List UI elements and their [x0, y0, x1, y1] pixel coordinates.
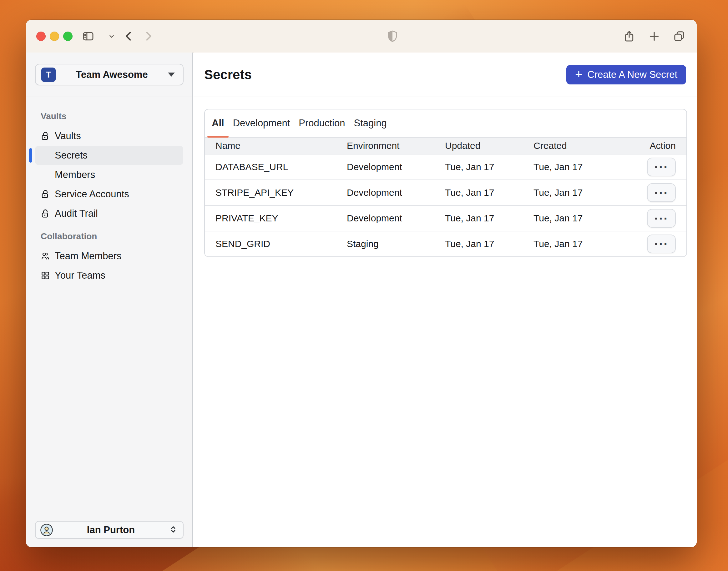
row-actions-button[interactable]: ... — [647, 183, 676, 202]
secret-created: Tue, Jan 17 — [533, 239, 643, 249]
table-header-row: Name Environment Updated Created Action — [205, 138, 687, 154]
sidebar: T Team Awesome Vaults Vaults Secrets — [26, 52, 193, 547]
close-window-button[interactable] — [36, 31, 46, 41]
secret-created: Tue, Jan 17 — [533, 187, 643, 198]
chevron-up-down-icon — [168, 525, 178, 535]
secret-name: SEND_GRID — [216, 239, 347, 249]
people-icon — [41, 251, 50, 261]
sidebar-item-secrets[interactable]: Secrets — [35, 146, 183, 165]
sidebar-item-audit-trail[interactable]: Audit Trail — [35, 204, 183, 223]
sidebar-item-label: Audit Trail — [55, 208, 98, 219]
sidebar-item-team-members[interactable]: Team Members — [35, 246, 183, 266]
sidebar-item-label: Vaults — [55, 130, 81, 142]
window-toolbar — [26, 20, 697, 53]
lock-open-icon — [41, 189, 50, 200]
secret-name: STRIPE_API_KEY — [216, 187, 347, 198]
share-icon[interactable] — [622, 29, 636, 43]
main-content: Secrets + Create A New Secret All Develo… — [194, 52, 697, 547]
environment-tabs: All Development Production Staging — [205, 109, 687, 138]
secret-updated: Tue, Jan 17 — [445, 187, 533, 198]
sidebar-item-service-accounts[interactable]: Service Accounts — [35, 185, 183, 204]
traffic-lights — [36, 31, 73, 41]
table-row: SEND_GRID Staging Tue, Jan 17 Tue, Jan 1… — [205, 231, 687, 256]
secret-updated: Tue, Jan 17 — [445, 213, 533, 224]
secret-created: Tue, Jan 17 — [533, 213, 643, 224]
secret-name: DATABASE_URL — [216, 162, 347, 172]
sidebar-nav: Vaults Vaults Secrets Members — [26, 97, 192, 285]
secret-environment: Staging — [347, 239, 445, 249]
sidebar-item-label: Team Members — [55, 250, 122, 262]
create-button-label: Create A New Secret — [587, 69, 677, 80]
column-header-name: Name — [216, 140, 347, 151]
grid-icon — [41, 270, 50, 281]
forward-button-icon[interactable] — [141, 29, 155, 43]
back-button-icon[interactable] — [122, 29, 136, 43]
column-header-action: Action — [643, 140, 687, 151]
zoom-window-button[interactable] — [63, 31, 73, 41]
tab-staging[interactable]: Staging — [350, 109, 391, 137]
secret-name: PRIVATE_KEY — [216, 213, 347, 224]
team-avatar: T — [41, 68, 56, 82]
row-actions-button[interactable]: ... — [647, 235, 676, 253]
toolbar-divider — [101, 31, 101, 41]
secret-environment: Development — [347, 162, 445, 172]
secret-environment: Development — [347, 187, 445, 198]
user-avatar-icon — [40, 524, 53, 537]
tab-all[interactable]: All — [207, 109, 229, 137]
column-header-environment: Environment — [347, 140, 445, 151]
sidebar-toggle-icon[interactable] — [81, 29, 95, 43]
section-label-vaults: Vaults — [35, 111, 183, 121]
table-row: DATABASE_URL Development Tue, Jan 17 Tue… — [205, 154, 687, 180]
sidebar-item-label: Members — [55, 169, 95, 181]
table-row: STRIPE_API_KEY Development Tue, Jan 17 T… — [205, 180, 687, 206]
team-switcher[interactable]: T Team Awesome — [35, 64, 184, 85]
user-menu-button[interactable]: Ian Purton — [35, 521, 184, 539]
section-label-collaboration: Collaboration — [35, 231, 183, 241]
page-title: Secrets — [204, 67, 252, 82]
new-tab-icon[interactable] — [647, 29, 661, 43]
shield-icon — [386, 29, 399, 43]
create-new-secret-button[interactable]: + Create A New Secret — [566, 65, 686, 85]
sidebar-item-label: Service Accounts — [55, 189, 129, 200]
tab-development[interactable]: Development — [229, 109, 294, 137]
row-actions-button[interactable]: ... — [647, 157, 676, 177]
sidebar-header: T Team Awesome — [26, 52, 192, 97]
sidebar-item-vaults[interactable]: Vaults — [35, 126, 183, 146]
secret-updated: Tue, Jan 17 — [445, 239, 533, 249]
secrets-panel: All Development Production Staging Name … — [204, 109, 687, 257]
table-row: PRIVATE_KEY Development Tue, Jan 17 Tue,… — [205, 206, 687, 231]
sidebar-item-members[interactable]: Members — [35, 165, 183, 185]
column-header-created: Created — [533, 140, 643, 151]
main-header: Secrets + Create A New Secret — [194, 52, 697, 97]
lock-open-icon — [41, 208, 50, 219]
secret-created: Tue, Jan 17 — [533, 162, 643, 172]
secret-updated: Tue, Jan 17 — [445, 162, 533, 172]
sidebar-item-label: Secrets — [55, 150, 88, 161]
team-switcher-label: Team Awesome — [56, 69, 168, 80]
sidebar-item-label: Your Teams — [55, 270, 105, 281]
tab-overview-icon[interactable] — [672, 29, 686, 43]
chevron-down-icon[interactable] — [107, 29, 116, 43]
lock-open-icon — [41, 131, 50, 141]
minimize-window-button[interactable] — [50, 31, 59, 41]
user-name: Ian Purton — [53, 525, 168, 536]
sidebar-item-your-teams[interactable]: Your Teams — [35, 266, 183, 285]
secret-environment: Development — [347, 213, 445, 224]
tab-production[interactable]: Production — [294, 109, 349, 137]
row-actions-button[interactable]: ... — [647, 209, 676, 228]
app-window: T Team Awesome Vaults Vaults Secrets — [26, 20, 697, 547]
caret-down-icon — [168, 73, 175, 77]
column-header-updated: Updated — [445, 140, 533, 151]
